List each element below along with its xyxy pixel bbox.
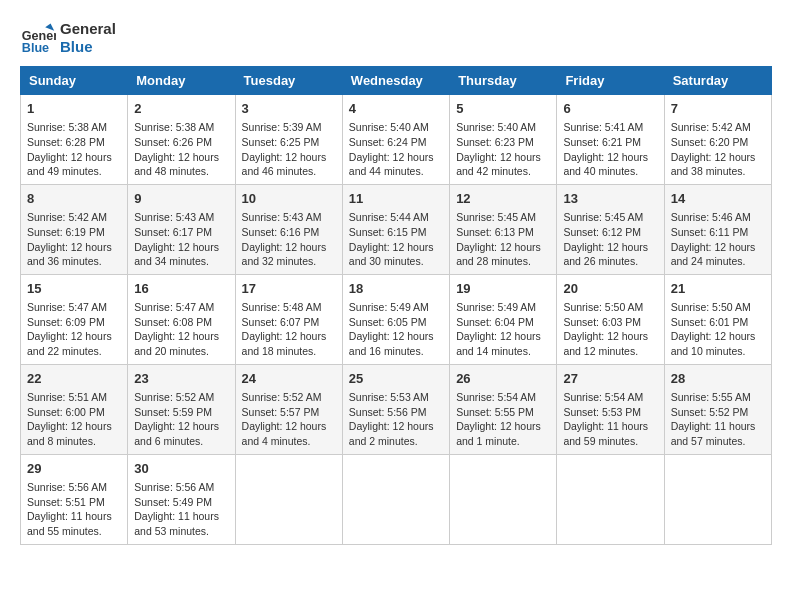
day-number: 30 xyxy=(134,460,228,478)
calendar-cell: 17Sunrise: 5:48 AM Sunset: 6:07 PM Dayli… xyxy=(235,274,342,364)
calendar-cell: 1Sunrise: 5:38 AM Sunset: 6:28 PM Daylig… xyxy=(21,95,128,185)
day-info: Sunrise: 5:51 AM Sunset: 6:00 PM Dayligh… xyxy=(27,391,112,447)
day-number: 5 xyxy=(456,100,550,118)
day-info: Sunrise: 5:55 AM Sunset: 5:52 PM Dayligh… xyxy=(671,391,756,447)
day-info: Sunrise: 5:50 AM Sunset: 6:01 PM Dayligh… xyxy=(671,301,756,357)
calendar-cell: 6Sunrise: 5:41 AM Sunset: 6:21 PM Daylig… xyxy=(557,95,664,185)
calendar-cell: 30Sunrise: 5:56 AM Sunset: 5:49 PM Dayli… xyxy=(128,454,235,544)
calendar-cell: 13Sunrise: 5:45 AM Sunset: 6:12 PM Dayli… xyxy=(557,184,664,274)
day-number: 21 xyxy=(671,280,765,298)
day-number: 12 xyxy=(456,190,550,208)
calendar-cell: 21Sunrise: 5:50 AM Sunset: 6:01 PM Dayli… xyxy=(664,274,771,364)
day-number: 15 xyxy=(27,280,121,298)
day-info: Sunrise: 5:42 AM Sunset: 6:19 PM Dayligh… xyxy=(27,211,112,267)
calendar-cell: 2Sunrise: 5:38 AM Sunset: 6:26 PM Daylig… xyxy=(128,95,235,185)
weekday-header-saturday: Saturday xyxy=(664,67,771,95)
day-info: Sunrise: 5:45 AM Sunset: 6:12 PM Dayligh… xyxy=(563,211,648,267)
calendar-cell: 28Sunrise: 5:55 AM Sunset: 5:52 PM Dayli… xyxy=(664,364,771,454)
weekday-header-sunday: Sunday xyxy=(21,67,128,95)
day-info: Sunrise: 5:56 AM Sunset: 5:51 PM Dayligh… xyxy=(27,481,112,537)
day-number: 25 xyxy=(349,370,443,388)
logo-icon: General Blue xyxy=(20,20,56,56)
day-info: Sunrise: 5:41 AM Sunset: 6:21 PM Dayligh… xyxy=(563,121,648,177)
calendar-cell: 15Sunrise: 5:47 AM Sunset: 6:09 PM Dayli… xyxy=(21,274,128,364)
day-number: 7 xyxy=(671,100,765,118)
calendar-cell xyxy=(235,454,342,544)
day-info: Sunrise: 5:42 AM Sunset: 6:20 PM Dayligh… xyxy=(671,121,756,177)
calendar-cell: 25Sunrise: 5:53 AM Sunset: 5:56 PM Dayli… xyxy=(342,364,449,454)
day-number: 16 xyxy=(134,280,228,298)
day-info: Sunrise: 5:43 AM Sunset: 6:17 PM Dayligh… xyxy=(134,211,219,267)
calendar-cell: 24Sunrise: 5:52 AM Sunset: 5:57 PM Dayli… xyxy=(235,364,342,454)
calendar-cell xyxy=(450,454,557,544)
calendar-cell: 20Sunrise: 5:50 AM Sunset: 6:03 PM Dayli… xyxy=(557,274,664,364)
calendar-cell: 5Sunrise: 5:40 AM Sunset: 6:23 PM Daylig… xyxy=(450,95,557,185)
day-number: 29 xyxy=(27,460,121,478)
day-number: 1 xyxy=(27,100,121,118)
day-number: 20 xyxy=(563,280,657,298)
day-info: Sunrise: 5:49 AM Sunset: 6:04 PM Dayligh… xyxy=(456,301,541,357)
day-number: 2 xyxy=(134,100,228,118)
day-info: Sunrise: 5:49 AM Sunset: 6:05 PM Dayligh… xyxy=(349,301,434,357)
logo-blue: Blue xyxy=(60,38,116,56)
calendar-header-row: SundayMondayTuesdayWednesdayThursdayFrid… xyxy=(21,67,772,95)
calendar-cell: 9Sunrise: 5:43 AM Sunset: 6:17 PM Daylig… xyxy=(128,184,235,274)
day-info: Sunrise: 5:56 AM Sunset: 5:49 PM Dayligh… xyxy=(134,481,219,537)
logo: General Blue General Blue xyxy=(20,20,116,56)
calendar-cell: 14Sunrise: 5:46 AM Sunset: 6:11 PM Dayli… xyxy=(664,184,771,274)
calendar-cell: 12Sunrise: 5:45 AM Sunset: 6:13 PM Dayli… xyxy=(450,184,557,274)
calendar-week-5: 29Sunrise: 5:56 AM Sunset: 5:51 PM Dayli… xyxy=(21,454,772,544)
day-info: Sunrise: 5:45 AM Sunset: 6:13 PM Dayligh… xyxy=(456,211,541,267)
calendar-cell: 3Sunrise: 5:39 AM Sunset: 6:25 PM Daylig… xyxy=(235,95,342,185)
calendar-cell: 7Sunrise: 5:42 AM Sunset: 6:20 PM Daylig… xyxy=(664,95,771,185)
day-info: Sunrise: 5:48 AM Sunset: 6:07 PM Dayligh… xyxy=(242,301,327,357)
day-info: Sunrise: 5:50 AM Sunset: 6:03 PM Dayligh… xyxy=(563,301,648,357)
day-info: Sunrise: 5:40 AM Sunset: 6:24 PM Dayligh… xyxy=(349,121,434,177)
day-info: Sunrise: 5:47 AM Sunset: 6:09 PM Dayligh… xyxy=(27,301,112,357)
calendar-body: 1Sunrise: 5:38 AM Sunset: 6:28 PM Daylig… xyxy=(21,95,772,545)
calendar-cell: 18Sunrise: 5:49 AM Sunset: 6:05 PM Dayli… xyxy=(342,274,449,364)
page-header: General Blue General Blue xyxy=(20,20,772,56)
calendar-table: SundayMondayTuesdayWednesdayThursdayFrid… xyxy=(20,66,772,545)
day-number: 3 xyxy=(242,100,336,118)
day-number: 10 xyxy=(242,190,336,208)
weekday-header-tuesday: Tuesday xyxy=(235,67,342,95)
day-info: Sunrise: 5:54 AM Sunset: 5:53 PM Dayligh… xyxy=(563,391,648,447)
calendar-cell: 22Sunrise: 5:51 AM Sunset: 6:00 PM Dayli… xyxy=(21,364,128,454)
calendar-week-2: 8Sunrise: 5:42 AM Sunset: 6:19 PM Daylig… xyxy=(21,184,772,274)
day-number: 19 xyxy=(456,280,550,298)
calendar-cell: 10Sunrise: 5:43 AM Sunset: 6:16 PM Dayli… xyxy=(235,184,342,274)
calendar-cell: 16Sunrise: 5:47 AM Sunset: 6:08 PM Dayli… xyxy=(128,274,235,364)
day-number: 24 xyxy=(242,370,336,388)
weekday-header-friday: Friday xyxy=(557,67,664,95)
day-number: 4 xyxy=(349,100,443,118)
weekday-header-monday: Monday xyxy=(128,67,235,95)
day-info: Sunrise: 5:53 AM Sunset: 5:56 PM Dayligh… xyxy=(349,391,434,447)
weekday-header-wednesday: Wednesday xyxy=(342,67,449,95)
day-info: Sunrise: 5:38 AM Sunset: 6:28 PM Dayligh… xyxy=(27,121,112,177)
day-info: Sunrise: 5:39 AM Sunset: 6:25 PM Dayligh… xyxy=(242,121,327,177)
calendar-cell: 11Sunrise: 5:44 AM Sunset: 6:15 PM Dayli… xyxy=(342,184,449,274)
calendar-cell xyxy=(664,454,771,544)
day-number: 14 xyxy=(671,190,765,208)
day-number: 28 xyxy=(671,370,765,388)
day-number: 6 xyxy=(563,100,657,118)
day-info: Sunrise: 5:44 AM Sunset: 6:15 PM Dayligh… xyxy=(349,211,434,267)
calendar-week-1: 1Sunrise: 5:38 AM Sunset: 6:28 PM Daylig… xyxy=(21,95,772,185)
calendar-cell: 8Sunrise: 5:42 AM Sunset: 6:19 PM Daylig… xyxy=(21,184,128,274)
calendar-cell: 27Sunrise: 5:54 AM Sunset: 5:53 PM Dayli… xyxy=(557,364,664,454)
logo-general: General xyxy=(60,20,116,38)
calendar-cell xyxy=(557,454,664,544)
day-number: 18 xyxy=(349,280,443,298)
day-number: 8 xyxy=(27,190,121,208)
calendar-cell xyxy=(342,454,449,544)
day-info: Sunrise: 5:38 AM Sunset: 6:26 PM Dayligh… xyxy=(134,121,219,177)
day-info: Sunrise: 5:46 AM Sunset: 6:11 PM Dayligh… xyxy=(671,211,756,267)
calendar-week-3: 15Sunrise: 5:47 AM Sunset: 6:09 PM Dayli… xyxy=(21,274,772,364)
day-number: 26 xyxy=(456,370,550,388)
day-info: Sunrise: 5:52 AM Sunset: 5:59 PM Dayligh… xyxy=(134,391,219,447)
day-number: 9 xyxy=(134,190,228,208)
weekday-header-thursday: Thursday xyxy=(450,67,557,95)
day-number: 22 xyxy=(27,370,121,388)
day-number: 23 xyxy=(134,370,228,388)
